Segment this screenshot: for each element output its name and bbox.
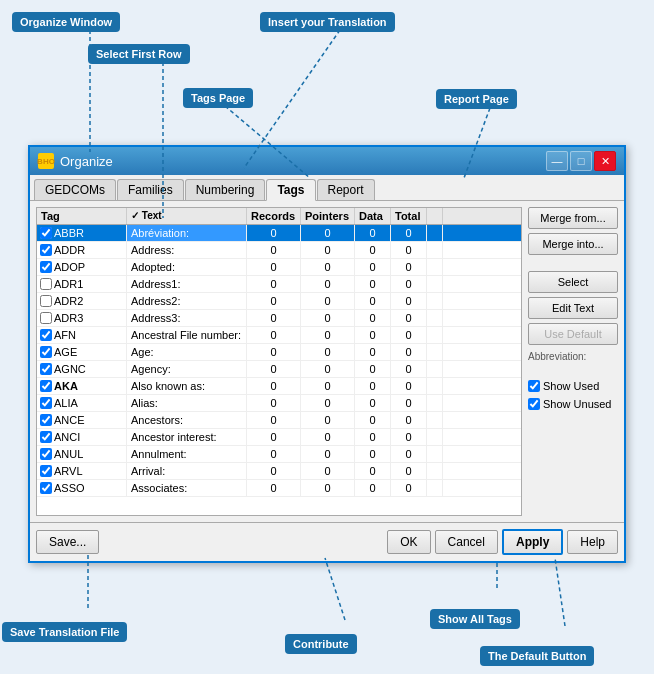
row-checkbox[interactable] <box>40 380 52 392</box>
row-checkbox[interactable] <box>40 329 52 341</box>
table-row[interactable]: ADDRAddress:0000 <box>37 242 521 259</box>
table-row[interactable]: ABBRAbréviation:0000 <box>37 225 521 242</box>
save-button[interactable]: Save... <box>36 530 99 554</box>
row-checkbox[interactable] <box>40 482 52 494</box>
table-row[interactable]: ALIAAlias:0000 <box>37 395 521 412</box>
title-bar: BHO Organize — □ ✕ <box>30 147 624 175</box>
col-records: Records <box>247 208 301 224</box>
row-checkbox[interactable] <box>40 397 52 409</box>
table-row[interactable]: ADR1Address1:0000 <box>37 276 521 293</box>
show-all-tags-label: Show All Tags <box>430 609 520 629</box>
tab-gedcoms[interactable]: GEDCOMs <box>34 179 116 200</box>
tab-tags[interactable]: Tags <box>266 179 315 201</box>
records-cell: 0 <box>247 480 301 496</box>
maximize-button[interactable]: □ <box>570 151 592 171</box>
text-cell: Age: <box>127 344 247 360</box>
data-cell: 0 <box>355 429 391 445</box>
tab-families[interactable]: Families <box>117 179 184 200</box>
row-checkbox[interactable] <box>40 431 52 443</box>
scroll-placeholder <box>427 327 443 343</box>
merge-into-button[interactable]: Merge into... <box>528 233 618 255</box>
records-cell: 0 <box>247 276 301 292</box>
row-checkbox[interactable] <box>40 465 52 477</box>
tag-value: ADDR <box>54 244 85 256</box>
table-row[interactable]: ADR2Address2:0000 <box>37 293 521 310</box>
col-pointers: Pointers <box>301 208 355 224</box>
total-cell: 0 <box>391 276 427 292</box>
table-row[interactable]: AGEAge:0000 <box>37 344 521 361</box>
row-checkbox[interactable] <box>40 261 52 273</box>
row-checkbox[interactable] <box>40 312 52 324</box>
ok-button[interactable]: OK <box>387 530 430 554</box>
tab-report[interactable]: Report <box>317 179 375 200</box>
tag-value: ADR1 <box>54 278 83 290</box>
table-row[interactable]: ANULAnnulment:0000 <box>37 446 521 463</box>
select-button[interactable]: Select <box>528 271 618 293</box>
data-cell: 0 <box>355 242 391 258</box>
table-row[interactable]: ASSOAssociates:0000 <box>37 480 521 497</box>
row-checkbox[interactable] <box>40 363 52 375</box>
table-row[interactable]: AKAAlso known as:0000 <box>37 378 521 395</box>
show-unused-checkbox[interactable] <box>528 398 540 410</box>
tag-cell: AFN <box>37 327 127 343</box>
pointers-cell: 0 <box>301 344 355 360</box>
data-cell: 0 <box>355 395 391 411</box>
table-row[interactable]: ANCEAncestors:0000 <box>37 412 521 429</box>
total-cell: 0 <box>391 361 427 377</box>
tag-cell: AGE <box>37 344 127 360</box>
data-cell: 0 <box>355 446 391 462</box>
data-cell: 0 <box>355 310 391 326</box>
records-cell: 0 <box>247 429 301 445</box>
row-checkbox[interactable] <box>40 414 52 426</box>
data-cell: 0 <box>355 412 391 428</box>
help-button[interactable]: Help <box>567 530 618 554</box>
show-used-checkbox[interactable] <box>528 380 540 392</box>
tag-value: ANCI <box>54 431 80 443</box>
table-row[interactable]: ANCIAncestor interest:0000 <box>37 429 521 446</box>
merge-from-button[interactable]: Merge from... <box>528 207 618 229</box>
table-row[interactable]: AFNAncestral File number:0000 <box>37 327 521 344</box>
edit-text-button[interactable]: Edit Text <box>528 297 618 319</box>
table-body[interactable]: ABBRAbréviation:0000ADDRAddress:0000ADOP… <box>37 225 521 515</box>
organize-window-label: Organize Window <box>12 12 120 32</box>
text-cell: Abréviation: <box>127 225 247 241</box>
row-checkbox[interactable] <box>40 244 52 256</box>
row-checkbox[interactable] <box>40 227 52 239</box>
total-cell: 0 <box>391 480 427 496</box>
pointers-cell: 0 <box>301 463 355 479</box>
data-cell: 0 <box>355 378 391 394</box>
pointers-cell: 0 <box>301 361 355 377</box>
tab-bar: GEDCOMs Families Numbering Tags Report <box>30 175 624 201</box>
cancel-button[interactable]: Cancel <box>435 530 498 554</box>
scroll-placeholder <box>427 344 443 360</box>
row-checkbox[interactable] <box>40 295 52 307</box>
text-cell: Agency: <box>127 361 247 377</box>
scroll-placeholder <box>427 293 443 309</box>
table-row[interactable]: ADR3Address3:0000 <box>37 310 521 327</box>
title-bar-buttons: — □ ✕ <box>546 151 616 171</box>
table-row[interactable]: ADOPAdopted:0000 <box>37 259 521 276</box>
records-cell: 0 <box>247 259 301 275</box>
default-button-label: The Default Button <box>480 646 594 666</box>
close-button[interactable]: ✕ <box>594 151 616 171</box>
row-checkbox[interactable] <box>40 278 52 290</box>
text-cell: Annulment: <box>127 446 247 462</box>
minimize-button[interactable]: — <box>546 151 568 171</box>
tag-value: ANUL <box>54 448 83 460</box>
total-cell: 0 <box>391 463 427 479</box>
row-checkbox[interactable] <box>40 448 52 460</box>
table-row[interactable]: AGNCAgency:0000 <box>37 361 521 378</box>
pointers-cell: 0 <box>301 395 355 411</box>
text-cell: Address2: <box>127 293 247 309</box>
tag-cell: ANUL <box>37 446 127 462</box>
row-checkbox[interactable] <box>40 346 52 358</box>
records-cell: 0 <box>247 361 301 377</box>
tag-value: AGE <box>54 346 77 358</box>
table-row[interactable]: ARVLArrival:0000 <box>37 463 521 480</box>
pointers-cell: 0 <box>301 412 355 428</box>
pointers-cell: 0 <box>301 259 355 275</box>
tag-value: AKA <box>54 380 78 392</box>
tab-numbering[interactable]: Numbering <box>185 179 266 200</box>
use-default-button[interactable]: Use Default <box>528 323 618 345</box>
apply-button[interactable]: Apply <box>502 529 563 555</box>
